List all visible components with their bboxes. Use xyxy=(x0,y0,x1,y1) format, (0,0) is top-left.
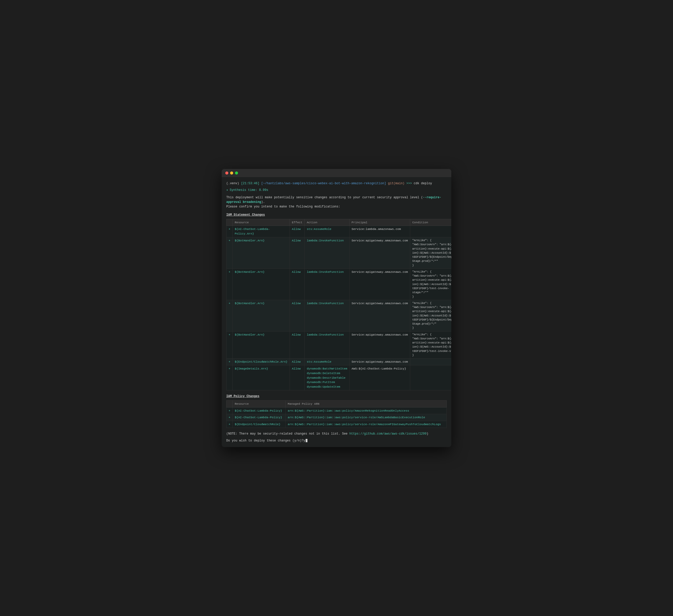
iam-statement-body: +${AI-Chatbot-Lambda-Policy.Arn}Allowsts… xyxy=(227,226,452,390)
resource-cell: ${Endpoint/CloudWatchRole.Arn} xyxy=(232,359,289,365)
table-row: +${Endpoint/CloudWatchRole.Arn}Allowsts:… xyxy=(227,359,452,365)
plus-cell: + xyxy=(227,300,233,331)
principal-cell: Service:lambda.amazonaws.com xyxy=(350,226,410,237)
cursor xyxy=(306,439,307,442)
note-line: (NOTE: There may be security-related cha… xyxy=(226,431,447,436)
plus-cell: + xyxy=(227,421,233,428)
resource-cell: ${Endpoint/CloudWatchRole} xyxy=(232,421,285,428)
resource-cell: ${BotHandler.Arn} xyxy=(232,268,289,300)
warning-block: This deployment will make potentially se… xyxy=(226,195,447,209)
resource-cell: ${BotHandler.Arn} xyxy=(232,331,289,359)
close-dot[interactable] xyxy=(225,172,228,175)
prompt-input-line[interactable]: Do you wish to deploy these changes (y/n… xyxy=(226,438,447,443)
th-principal: Principal xyxy=(350,219,410,226)
effect-cell: Allow xyxy=(289,331,304,359)
plus-cell: + xyxy=(227,407,233,414)
timestamp: [21:53:46] xyxy=(241,182,259,185)
plus-cell: + xyxy=(227,331,233,359)
table-row: +${AI-Chatbot-Lambda-Policy.Arn}Allowsts… xyxy=(227,226,452,237)
th-resource2: Resource xyxy=(232,400,285,407)
resource-cell: ${AI-Chatbot-Lambda-Policy} xyxy=(232,407,285,414)
action-cell: lambda:InvokeFunction xyxy=(304,237,350,269)
note-link: https://github.com/aws/aws-cdk/issues/12… xyxy=(349,432,426,436)
plus-cell: + xyxy=(227,414,233,421)
iam-policy-header-row: Resource Managed Policy ARN xyxy=(227,400,447,407)
venv-label: (.venv) xyxy=(226,182,239,185)
condition-cell xyxy=(410,365,451,390)
iam-statement-table: Resource Effect Action Principal Conditi… xyxy=(226,219,451,390)
terminal-window: (.venv) [21:53:46] [~/hantzlabs/aws-samp… xyxy=(222,169,451,447)
resource-cell: ${ImageDetails.Arn} xyxy=(232,365,289,390)
table-row: +${BotHandler.Arn}Allowlambda:InvokeFunc… xyxy=(227,331,452,359)
note-prefix: (NOTE: There may be security-related cha… xyxy=(226,432,349,436)
maximize-dot[interactable] xyxy=(235,172,238,175)
th-resource: Resource xyxy=(232,219,289,226)
resource-cell: ${BotHandler.Arn} xyxy=(232,300,289,331)
table-row: +${AI-Chatbot-Lambda-Policy}arn:${AWS::P… xyxy=(227,407,447,414)
action-cell: lambda:InvokeFunction xyxy=(304,331,350,359)
principal-cell: Service:apigateway.amazonaws.com xyxy=(350,237,410,269)
minimize-dot[interactable] xyxy=(230,172,233,175)
effect-cell: Allow xyxy=(289,365,304,390)
principal-cell: Service:apigateway.amazonaws.com xyxy=(350,359,410,365)
synthesis-icon: ✦ xyxy=(226,188,228,193)
plus-cell: + xyxy=(227,359,233,365)
effect-cell: Allow xyxy=(289,268,304,300)
th-plus2 xyxy=(227,400,233,407)
arn-cell: arn:${AWS::Partition}:iam::aws:policy/se… xyxy=(285,421,446,428)
synthesis-line: ✦ Synthesis time: 8.99s xyxy=(226,188,447,193)
action-cell: dynamodb:BatchWriteItem dynamodb:DeleteI… xyxy=(304,365,350,390)
warning-line1: This deployment will make potentially se… xyxy=(226,195,447,204)
git-label: git(main) xyxy=(388,182,405,185)
warning-line2: Please confirm you intend to make the fo… xyxy=(226,204,447,209)
condition-cell: "ArnLike": { "AWS:SourceArn": "arn:${AWS… xyxy=(410,300,451,331)
iam-policy-body: +${AI-Chatbot-Lambda-Policy}arn:${AWS::P… xyxy=(227,407,447,428)
th-plus xyxy=(227,219,233,226)
table-row: +${ImageDetails.Arn}Allowdynamodb:BatchW… xyxy=(227,365,452,390)
command: cdk deploy xyxy=(414,182,432,185)
synthesis-text: Synthesis time: 8.99s xyxy=(230,188,268,193)
action-cell: sts:AssumeRole xyxy=(304,359,350,365)
resource-cell: ${AI-Chatbot-Lambda-Policy} xyxy=(232,414,285,421)
arn-cell: arn:${AWS::Partition}:iam::aws:policy/se… xyxy=(285,414,446,421)
input-value: y xyxy=(303,438,305,443)
condition-cell xyxy=(410,359,451,365)
principal-cell: Service:apigateway.amazonaws.com xyxy=(350,300,410,331)
plus-cell: + xyxy=(227,365,233,390)
condition-cell xyxy=(410,226,451,237)
table-row: +${BotHandler.Arn}Allowlambda:InvokeFunc… xyxy=(227,300,452,331)
iam-statement-header-row: Resource Effect Action Principal Conditi… xyxy=(227,219,452,226)
table-row: +${Endpoint/CloudWatchRole}arn:${AWS::Pa… xyxy=(227,421,447,428)
condition-cell: "ArnLike": { "AWS:SourceArn": "arn:${AWS… xyxy=(410,268,451,300)
condition-cell: "ArnLike": { "AWS:SourceArn": "arn:${AWS… xyxy=(410,237,451,269)
action-cell: lambda:InvokeFunction xyxy=(304,300,350,331)
plus-cell: + xyxy=(227,226,233,237)
title-bar xyxy=(222,169,451,177)
principal-cell: Service:apigateway.amazonaws.com xyxy=(350,331,410,359)
th-condition: Condition xyxy=(410,219,451,226)
table-row: +${AI-Chatbot-Lambda-Policy}arn:${AWS::P… xyxy=(227,414,447,421)
th-effect: Effect xyxy=(289,219,304,226)
git-arrows: >>> xyxy=(406,182,412,185)
path: [~/hantzlabs/aws-samples/cisco-webex-ai-… xyxy=(261,182,386,185)
arn-cell: arn:${AWS::Partition}:iam::aws:policy/Am… xyxy=(285,407,446,414)
iam-statement-header: IAM Statement Changes xyxy=(226,213,447,217)
plus-cell: + xyxy=(227,268,233,300)
th-action: Action xyxy=(304,219,350,226)
principal-cell: Service:apigateway.amazonaws.com xyxy=(350,268,410,300)
prompt-line: (.venv) [21:53:46] [~/hantzlabs/aws-samp… xyxy=(226,181,447,186)
principal-cell: AWS:${AI-Chatbot-Lambda-Policy} xyxy=(350,365,410,390)
th-managed-policy: Managed Policy ARN xyxy=(285,400,446,407)
table-row: +${BotHandler.Arn}Allowlambda:InvokeFunc… xyxy=(227,268,452,300)
terminal-body: (.venv) [21:53:46] [~/hantzlabs/aws-samp… xyxy=(222,177,451,447)
condition-cell: "ArnLike": { "AWS:SourceArn": "arn:${AWS… xyxy=(410,331,451,359)
effect-cell: Allow xyxy=(289,359,304,365)
effect-cell: Allow xyxy=(289,237,304,269)
plus-cell: + xyxy=(227,237,233,269)
resource-cell: ${BotHandler.Arn} xyxy=(232,237,289,269)
iam-policy-header: IAM Policy Changes xyxy=(226,394,447,399)
action-cell: lambda:InvokeFunction xyxy=(304,268,350,300)
prompt-question: Do you wish to deploy these changes (y/n… xyxy=(226,438,303,443)
iam-policy-table: Resource Managed Policy ARN +${AI-Chatbo… xyxy=(226,400,447,428)
resource-cell: ${AI-Chatbot-Lambda-Policy.Arn} xyxy=(232,226,289,237)
